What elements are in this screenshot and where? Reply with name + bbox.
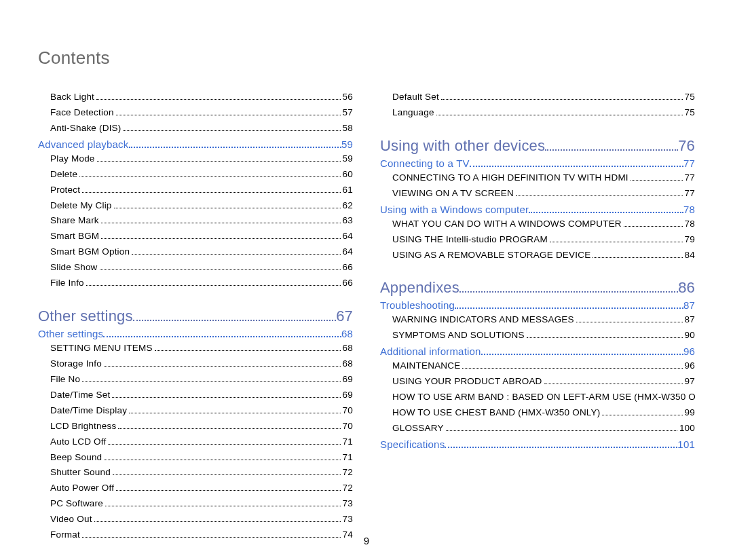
leader-dots [101, 219, 341, 224]
toc-item-page: 72 [343, 466, 353, 480]
leader-dots [116, 110, 341, 115]
toc-section[interactable]: Advanced playback59 [38, 138, 353, 151]
toc-item[interactable]: GLOSSARY100 [392, 422, 695, 436]
toc-item-page: 64 [343, 229, 353, 244]
toc-section[interactable]: Specifications101 [380, 438, 695, 451]
leader-dots [544, 379, 683, 384]
toc-item[interactable]: HOW TO USE CHEST BAND (HMX-W350 ONLY)99 [392, 406, 695, 420]
leader-dots [104, 455, 340, 460]
toc-chapter[interactable]: Using with other devices76 [380, 131, 695, 155]
toc-item[interactable]: Language75 [392, 106, 695, 120]
leader-dots [470, 160, 683, 167]
toc-item[interactable]: Back Light56 [50, 90, 353, 105]
toc-item[interactable]: Play Mode59 [50, 152, 353, 166]
toc-item-label: WARNING INDICATORS AND MESSAGES [392, 313, 574, 327]
toc-item-label: Beep Sound [50, 451, 102, 465]
toc-item[interactable]: USING YOUR PRODUCT ABROAD97 [392, 375, 695, 389]
toc-item[interactable]: Auto Power Off72 [50, 481, 353, 496]
toc-item[interactable]: File No69 [50, 373, 353, 387]
toc-chapter-label: Other settings [38, 307, 133, 325]
toc-item[interactable]: USING AS A REMOVABLE STORAGE DEVICE84 [392, 248, 695, 263]
toc-item[interactable]: File Info66 [50, 276, 353, 291]
toc-section[interactable]: Troubleshooting87 [380, 299, 695, 312]
toc-item-label: Smart BGM [50, 229, 99, 244]
leader-dots [445, 441, 677, 448]
toc-item-page: 57 [343, 106, 353, 120]
toc-section-label: Other settings [38, 328, 103, 339]
toc-item[interactable]: USING THE Intelli-studio PROGRAM79 [392, 233, 695, 247]
toc-section[interactable]: Additional information96 [380, 346, 695, 358]
toc-item[interactable]: Storage Info68 [50, 357, 353, 371]
leader-dots [104, 361, 341, 367]
toc-item-page: 66 [343, 276, 353, 291]
toc-item[interactable]: Beep Sound71 [50, 451, 353, 465]
toc-item[interactable]: Video Out73 [50, 512, 353, 527]
toc-chapter[interactable]: Appendixes86 [380, 273, 695, 297]
toc-item-page: 69 [343, 388, 353, 403]
toc-item-page: 100 [679, 422, 695, 436]
toc-item[interactable]: VIEWING ON A TV SCREEN77 [392, 187, 695, 201]
toc-item[interactable]: Default Set75 [392, 90, 695, 105]
toc-column-0: Back Light56Face Detection57Anti-Shake (… [38, 89, 353, 544]
toc-item[interactable]: HOW TO USE ARM BAND : BASED ON LEFT-ARM … [392, 390, 695, 405]
toc-item-label: Default Set [392, 90, 439, 105]
toc-item[interactable]: Date/Time Display70 [50, 404, 353, 418]
toc-item[interactable]: CONNECTING TO A HIGH DEFINITION TV WITH … [392, 171, 695, 185]
leader-dots [101, 234, 340, 240]
toc-item-label: MAINTENANCE [392, 359, 460, 373]
leader-dots [576, 318, 683, 323]
toc-item[interactable]: LCD Brightness70 [50, 419, 353, 434]
toc-item[interactable]: Protect61 [50, 183, 353, 198]
toc-item[interactable]: Auto LCD Off71 [50, 435, 353, 449]
toc-item-label: Protect [50, 183, 80, 198]
toc-item[interactable]: SETTING MENU ITEMS68 [50, 341, 353, 356]
toc-item[interactable]: Share Mark63 [50, 214, 353, 228]
toc-item[interactable]: SYMPTOMS AND SOLUTIONS90 [392, 329, 695, 343]
toc-item[interactable]: Smart BGM Option64 [50, 245, 353, 259]
leader-dots [455, 303, 683, 310]
toc-item[interactable]: Delete My Clip62 [50, 199, 353, 213]
toc-section[interactable]: Connecting to a TV77 [380, 157, 695, 170]
leader-dots [79, 172, 340, 177]
toc-item[interactable]: Shutter Sound72 [50, 466, 353, 480]
toc-chapter[interactable]: Other settings67 [38, 301, 353, 325]
toc-item-label: File Info [50, 276, 84, 291]
toc-section[interactable]: Using with a Windows computer78 [380, 204, 695, 216]
toc-item[interactable]: WHAT YOU CAN DO WITH A WINDOWS COMPUTER7… [392, 217, 695, 231]
leader-dots [118, 424, 340, 429]
toc-item-page: 56 [343, 90, 353, 105]
toc-item[interactable]: Smart BGM64 [50, 229, 353, 244]
leader-dots [116, 486, 340, 491]
toc-item[interactable]: WARNING INDICATORS AND MESSAGES87 [392, 313, 695, 327]
toc-item-page: 78 [685, 217, 695, 231]
toc-item-page: 71 [343, 451, 353, 465]
toc-item-page: 62 [343, 199, 353, 213]
toc-item[interactable]: Date/Time Set69 [50, 388, 353, 403]
toc-item[interactable]: PC Software73 [50, 497, 353, 511]
toc-item-label: Delete My Clip [50, 199, 112, 213]
toc-item[interactable]: Delete60 [50, 168, 353, 182]
toc-item-page: 69 [343, 373, 353, 387]
leader-dots [108, 439, 340, 445]
leader-dots [527, 333, 683, 339]
toc-item-label: CONNECTING TO A HIGH DEFINITION TV WITH … [392, 171, 628, 185]
toc-item[interactable]: MAINTENANCE96 [392, 359, 695, 373]
toc-item-page: 79 [685, 233, 695, 247]
leader-dots [436, 110, 683, 115]
toc-section-label: Specifications [380, 438, 445, 450]
toc-item[interactable]: Slide Show66 [50, 261, 353, 275]
toc-item-page: 77 [685, 171, 695, 185]
toc-item-page: 73 [343, 512, 353, 527]
leader-dots [516, 191, 683, 196]
leader-dots [129, 408, 340, 413]
toc-section[interactable]: Other settings68 [38, 328, 353, 340]
page-title: Contents [38, 48, 695, 69]
toc-item[interactable]: Anti-Shake (DIS)58 [50, 122, 353, 136]
toc-item[interactable]: Face Detection57 [50, 106, 353, 120]
toc-item-page: 63 [343, 214, 353, 228]
leader-dots [105, 502, 341, 507]
toc-item-label: Share Mark [50, 214, 99, 228]
toc-chapter-page: 86 [678, 279, 695, 297]
toc-item-label: Slide Show [50, 261, 98, 275]
leader-dots [94, 517, 341, 522]
